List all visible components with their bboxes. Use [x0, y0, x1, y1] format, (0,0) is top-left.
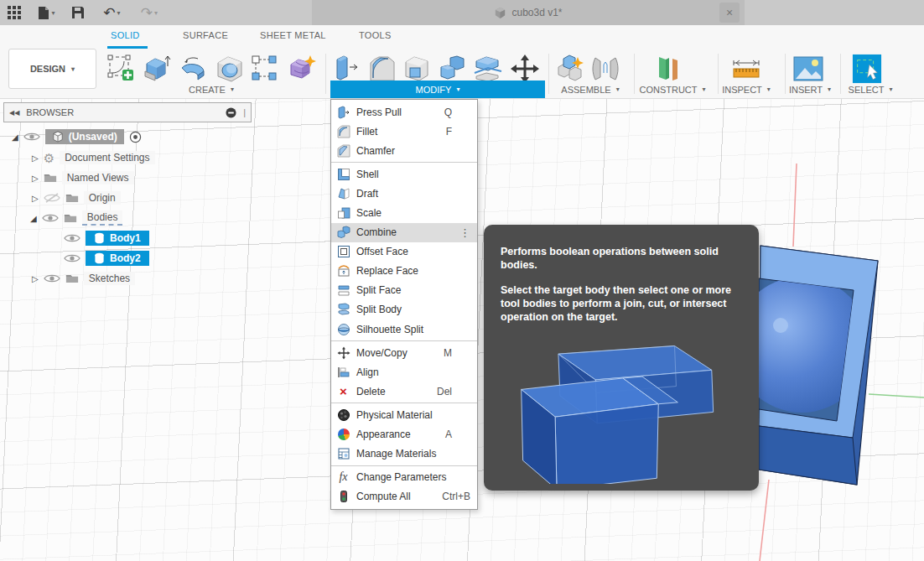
visibility-eye-icon[interactable]: [64, 253, 80, 263]
expand-icon[interactable]: ▷: [32, 194, 39, 203]
tab-tools[interactable]: TOOLS: [359, 30, 392, 40]
visibility-eye-icon[interactable]: [23, 132, 40, 142]
expand-root-icon[interactable]: ◢: [12, 132, 18, 142]
tab-solid[interactable]: SOLID: [111, 30, 140, 40]
browser-header[interactable]: ◀◀ BROWSER |: [3, 102, 252, 122]
expand-icon[interactable]: ▷: [32, 174, 39, 183]
menu-item-appearance[interactable]: Appearance A: [331, 425, 477, 444]
document-tab[interactable]: cubo3d v1* ×: [312, 0, 745, 25]
inspect-group-label[interactable]: INSPECT▾: [713, 81, 780, 98]
body1-chip[interactable]: Body1: [86, 231, 149, 246]
menu-item-split-body[interactable]: Split Body: [331, 300, 477, 319]
workspace-selector[interactable]: DESIGN ▾: [8, 49, 96, 89]
tree-row-root[interactable]: ◢ (Unsaved): [12, 127, 142, 146]
split-face-icon: [336, 283, 350, 298]
menu-label: Fillet: [356, 126, 377, 138]
menu-item-split-face[interactable]: Split Face: [331, 281, 477, 300]
move-copy-icon: [336, 345, 350, 360]
body-cylinder-icon: [94, 252, 105, 264]
visibility-eye-icon[interactable]: [64, 233, 80, 243]
menu-item-compute-all[interactable]: Compute All Ctrl+B: [331, 487, 477, 506]
redo-button[interactable]: ↷▾: [132, 0, 166, 25]
select-group-label[interactable]: SELECT▾: [840, 81, 901, 98]
menu-item-scale[interactable]: Scale: [331, 203, 477, 222]
menu-item-silhouette-split[interactable]: Silhouette Split: [331, 319, 477, 339]
app-launcher-icon[interactable]: [0, 0, 29, 25]
construct-caret-icon: ▾: [703, 86, 706, 93]
delete-x-icon: ×: [336, 384, 350, 398]
visibility-eye-icon[interactable]: [42, 213, 59, 223]
menu-label: Move/Copy: [356, 347, 407, 359]
tree-row-body1[interactable]: Body1: [64, 229, 149, 247]
tab-close-button[interactable]: ×: [719, 3, 740, 23]
workspace-label: DESIGN: [30, 64, 65, 74]
replace-face-icon: [336, 264, 350, 278]
physical-material-icon: [336, 408, 350, 422]
undo-caret-icon: ▾: [117, 9, 120, 17]
menu-item-replace-face[interactable]: Replace Face: [331, 262, 477, 281]
menu-item-change-parameters[interactable]: fx Change Parameters: [331, 468, 477, 487]
menu-label: Split Face: [356, 284, 401, 296]
menu-item-manage-materials[interactable]: Manage Materials: [331, 444, 477, 464]
tree-row-bodies[interactable]: ◢ Bodies: [30, 209, 122, 227]
menu-item-chamfer[interactable]: Chamfer: [331, 141, 477, 160]
panel-resize-handle[interactable]: |: [243, 107, 246, 117]
menu-more-icon[interactable]: ⋮: [459, 226, 470, 239]
modify-group-label[interactable]: MODIFY▾: [330, 81, 545, 98]
menu-item-move-copy[interactable]: Move/Copy M: [331, 343, 477, 362]
menu-item-press-pull[interactable]: Press Pull Q: [331, 102, 477, 122]
menu-shortcut: F: [446, 126, 470, 138]
activate-radio-icon[interactable]: [129, 131, 142, 143]
menu-separator: [331, 162, 477, 163]
expand-bodies-icon[interactable]: ◢: [30, 214, 37, 223]
tree-label: Named Views: [62, 171, 134, 184]
visibility-eye-icon[interactable]: [44, 273, 60, 283]
tree-row-sketches[interactable]: ▷ Sketches: [32, 269, 135, 288]
root-document-label: (Unsaved): [69, 131, 117, 143]
insert-image-icon: [793, 56, 823, 81]
construct-group-label[interactable]: CONSTRUCT▾: [632, 81, 713, 98]
expand-icon[interactable]: ▷: [32, 153, 39, 163]
fillet-icon: [336, 124, 350, 138]
menu-item-combine[interactable]: Combine ⋮: [331, 223, 477, 242]
tab-surface[interactable]: SURFACE: [183, 30, 228, 40]
press-pull-icon: [336, 105, 350, 119]
root-document-chip[interactable]: (Unsaved): [45, 129, 124, 144]
modify-label-text: MODIFY: [416, 85, 452, 95]
menu-item-physical-material[interactable]: Physical Material: [331, 405, 477, 424]
tree-row-named-views[interactable]: ▷ Named Views: [32, 169, 134, 187]
tree-row-document-settings[interactable]: ▷ ⚙ Document Settings: [32, 148, 155, 167]
tree-row-origin[interactable]: ▷ Origin: [32, 189, 121, 207]
hide-all-icon[interactable]: [226, 107, 236, 118]
menu-separator: [331, 340, 477, 341]
assemble-group-label[interactable]: ASSEMBLE▾: [552, 81, 629, 98]
collapse-panel-icon[interactable]: ◀◀: [9, 109, 19, 117]
menu-item-align[interactable]: Align: [331, 362, 477, 382]
tab-sheet-metal[interactable]: SHEET METAL: [260, 30, 326, 40]
workspace-caret-icon: ▾: [71, 65, 75, 73]
gear-icon: ⚙: [44, 152, 55, 164]
document-cube-icon: [494, 7, 506, 19]
menu-item-delete[interactable]: × Delete Del: [331, 382, 477, 401]
undo-icon: ↶: [103, 4, 115, 22]
tree-row-body2[interactable]: Body2: [64, 249, 149, 268]
file-menu-button[interactable]: ▾: [32, 0, 60, 25]
body2-chip[interactable]: Body2: [86, 251, 149, 266]
menu-item-fillet[interactable]: Fillet F: [331, 122, 477, 141]
new-component-icon: [555, 54, 585, 84]
create-group-label[interactable]: CREATE▾: [106, 81, 317, 98]
insert-group-label[interactable]: INSERT▾: [781, 81, 838, 98]
combine-tooltip: Performs boolean operations between soli…: [484, 225, 759, 491]
group-separator: [325, 54, 326, 94]
menu-item-offset-face[interactable]: Offset Face: [331, 242, 477, 262]
redo-icon: ↷: [141, 4, 153, 22]
select-caret-icon: ▾: [889, 86, 892, 93]
grid-icon: [8, 6, 21, 19]
expand-icon[interactable]: ▷: [32, 274, 39, 283]
menu-item-shell[interactable]: Shell: [331, 164, 477, 184]
undo-button[interactable]: ↶▾: [95, 0, 128, 25]
visibility-off-eye-icon[interactable]: [44, 193, 60, 203]
save-button[interactable]: [65, 0, 91, 25]
model-body[interactable]: [759, 226, 885, 504]
menu-item-draft[interactable]: Draft: [331, 184, 477, 203]
